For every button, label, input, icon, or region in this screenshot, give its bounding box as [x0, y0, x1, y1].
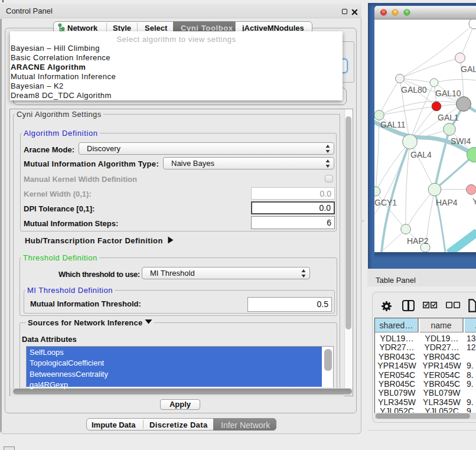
svg-text:SWI4: SWI4: [451, 136, 471, 146]
svg-text:GAL80: GAL80: [401, 85, 427, 94]
svg-text:HAP2: HAP2: [407, 236, 429, 246]
svg-text:Y: Y: [472, 197, 476, 206]
svg-text:GAL4: GAL4: [410, 150, 432, 159]
svg-text:GAL11: GAL11: [380, 120, 406, 129]
svg-text:GCY1: GCY1: [374, 198, 397, 207]
svg-text:HAP4: HAP4: [436, 198, 458, 207]
svg-text:GAL1: GAL1: [438, 113, 459, 122]
svg-text:GAL7: GAL7: [461, 64, 476, 74]
svg-text:GAL10: GAL10: [435, 89, 461, 98]
